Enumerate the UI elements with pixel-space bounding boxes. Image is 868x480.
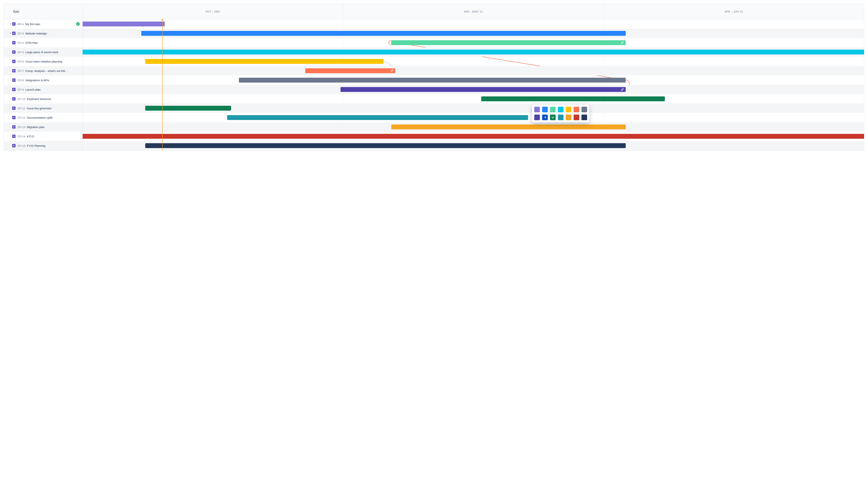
- epic-title: GTM Plan: [25, 41, 80, 44]
- epic-row[interactable]: CP-1My first epic: [4, 19, 83, 29]
- epic-row[interactable]: CP-5Large piece of secret work: [4, 47, 83, 57]
- epic-row[interactable]: CP-14KTLO: [4, 132, 83, 141]
- epic-row[interactable]: CP-15FY22 Planning: [4, 141, 83, 150]
- issue-key: CP-15: [18, 144, 26, 147]
- timeline-row: [83, 75, 864, 85]
- timeline-row: [83, 19, 864, 29]
- expand-toggle[interactable]: [8, 32, 12, 34]
- epic-row[interactable]: CP-6Cross-team initiative planning: [4, 57, 83, 66]
- timeline-row: [83, 66, 864, 75]
- epic-bar[interactable]: [145, 59, 383, 64]
- issue-key: CP-8: [18, 79, 24, 82]
- epic-icon: [12, 69, 16, 72]
- color-swatch[interactable]: [534, 114, 540, 120]
- timeline-row: [83, 132, 864, 141]
- epic-bar[interactable]: [83, 22, 165, 26]
- epic-column-header-label: Epic: [13, 10, 20, 13]
- color-swatch[interactable]: [582, 107, 587, 112]
- epic-icon: [12, 88, 16, 91]
- epic-icon: [12, 22, 16, 26]
- epic-bar[interactable]: [145, 106, 231, 111]
- color-swatch[interactable]: [574, 107, 579, 112]
- epic-title: FY22 Planning: [27, 144, 80, 147]
- done-status-icon: [76, 22, 80, 26]
- color-swatch[interactable]: [550, 107, 556, 112]
- epic-bar[interactable]: [145, 143, 626, 148]
- timeline-row: [83, 104, 864, 113]
- color-swatch[interactable]: [566, 107, 571, 112]
- epic-icon: [12, 78, 16, 82]
- color-swatch[interactable]: [550, 114, 556, 120]
- color-swatch[interactable]: [574, 114, 579, 120]
- color-swatch[interactable]: [542, 107, 548, 112]
- timeline-pane: [83, 19, 864, 150]
- epic-bar[interactable]: [141, 31, 626, 36]
- epic-title: Website redesign: [25, 32, 80, 35]
- epic-bar[interactable]: [340, 87, 626, 92]
- epic-icon: [12, 50, 16, 54]
- epic-icon: [12, 97, 16, 101]
- timeline-row: [83, 94, 864, 104]
- epic-row[interactable]: CP-12Documentation uplift: [4, 113, 83, 122]
- color-swatch[interactable]: [542, 114, 548, 120]
- epic-row[interactable]: CP-3Website redesign: [4, 29, 83, 38]
- epic-title: Documentation uplift: [27, 116, 80, 119]
- epic-bar[interactable]: [481, 96, 665, 101]
- epic-icon: [12, 41, 16, 44]
- epic-title: Migration plan: [27, 126, 80, 129]
- roadmap-body: CP-1My first epicCP-3Website redesignCP-…: [4, 19, 864, 150]
- epic-row[interactable]: CP-11Issue key generator: [4, 104, 83, 113]
- color-picker[interactable]: [532, 104, 589, 123]
- color-swatch[interactable]: [566, 114, 571, 120]
- epic-column-header: Epic: [4, 4, 83, 19]
- timeline-row: [83, 122, 864, 132]
- expand-toggle[interactable]: [8, 23, 12, 25]
- timeline-row: [83, 47, 864, 57]
- color-swatch[interactable]: [558, 107, 563, 112]
- dependency-link-icon: [390, 69, 393, 72]
- epic-title: Cross-team initiative planning: [25, 60, 80, 63]
- roadmap-container: Epic OCT – DEC JAN – MAR '21 APR – JUN '…: [4, 4, 864, 150]
- timeline-row: [83, 29, 864, 38]
- dependency-link-icon: [621, 41, 624, 44]
- timeline-row: [83, 57, 864, 66]
- epic-row[interactable]: CP-13Migration plan: [4, 122, 83, 132]
- timeline-bars: [83, 19, 864, 150]
- epic-row[interactable]: CP-4GTM Plan: [4, 38, 83, 47]
- epic-bar[interactable]: [83, 134, 864, 139]
- timeline-row: [83, 113, 864, 122]
- epic-row[interactable]: CP-8Integrations & APIs: [4, 75, 83, 85]
- issue-key: CP-3: [18, 32, 24, 35]
- issue-key: CP-6: [18, 60, 24, 63]
- issue-key: CP-7: [18, 69, 24, 72]
- color-swatch[interactable]: [582, 114, 587, 120]
- epic-title: My first epic: [25, 23, 74, 26]
- epic-bar[interactable]: [227, 115, 528, 120]
- color-swatch[interactable]: [558, 114, 563, 120]
- epic-title: Integrations & APIs: [25, 79, 80, 82]
- epic-icon: [12, 60, 16, 63]
- timeline-period: JAN – MAR '21: [343, 4, 603, 19]
- epic-icon: [12, 116, 16, 119]
- issue-key: CP-12: [18, 116, 26, 119]
- issue-key: CP-14: [18, 135, 26, 138]
- epic-bar[interactable]: [239, 78, 626, 82]
- epic-title: Launch plan: [25, 88, 80, 91]
- epic-bar[interactable]: [391, 125, 626, 129]
- epic-icon: [12, 135, 16, 138]
- epic-row[interactable]: CP-10Keyboard shortcuts: [4, 94, 83, 104]
- epic-row[interactable]: CP-9Launch plan: [4, 85, 83, 94]
- timeline-row: [83, 85, 864, 94]
- epic-list: CP-1My first epicCP-3Website redesignCP-…: [4, 19, 83, 150]
- epic-title: KTLO: [27, 135, 80, 138]
- issue-key: CP-9: [18, 88, 24, 91]
- epic-bar[interactable]: [83, 49, 864, 55]
- epic-bar[interactable]: [391, 40, 626, 45]
- issue-key: CP-5: [18, 50, 24, 54]
- epic-bar[interactable]: [305, 68, 395, 73]
- epic-row[interactable]: CP-7Comp. Analysis – what's out the…: [4, 66, 83, 75]
- color-swatch[interactable]: [534, 107, 540, 112]
- epic-title: Issue key generator: [27, 107, 80, 110]
- timeline-header: OCT – DEC JAN – MAR '21 APR – JUN '21: [83, 4, 864, 19]
- roadmap-header: Epic OCT – DEC JAN – MAR '21 APR – JUN '…: [4, 4, 864, 19]
